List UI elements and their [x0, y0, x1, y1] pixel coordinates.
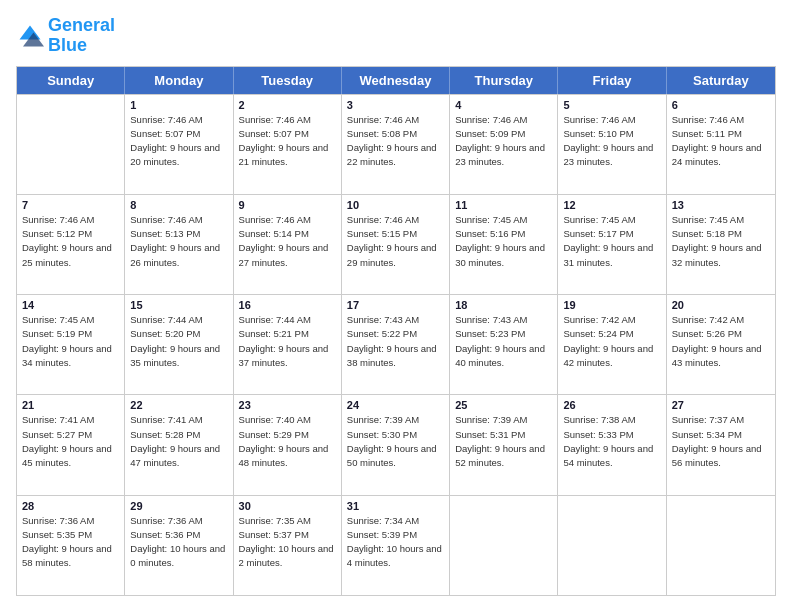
calendar-cell: 18 Sunrise: 7:43 AM Sunset: 5:23 PM Dayl… — [450, 295, 558, 394]
daylight-text: Daylight: 9 hours and 23 minutes. — [563, 141, 660, 170]
daylight-text: Daylight: 9 hours and 38 minutes. — [347, 342, 444, 371]
calendar-row: 7 Sunrise: 7:46 AM Sunset: 5:12 PM Dayli… — [17, 194, 775, 294]
daylight-text: Daylight: 9 hours and 21 minutes. — [239, 141, 336, 170]
day-number: 25 — [455, 399, 552, 411]
daylight-text: Daylight: 9 hours and 54 minutes. — [563, 442, 660, 471]
calendar-cell — [558, 496, 666, 595]
day-number: 7 — [22, 199, 119, 211]
sunset-text: Sunset: 5:18 PM — [672, 227, 770, 241]
sunset-text: Sunset: 5:23 PM — [455, 327, 552, 341]
day-number: 11 — [455, 199, 552, 211]
weekday-header: Monday — [125, 67, 233, 94]
daylight-text: Daylight: 9 hours and 29 minutes. — [347, 241, 444, 270]
calendar-cell — [450, 496, 558, 595]
calendar-row: 1 Sunrise: 7:46 AM Sunset: 5:07 PM Dayli… — [17, 94, 775, 194]
sunrise-text: Sunrise: 7:46 AM — [455, 113, 552, 127]
calendar: SundayMondayTuesdayWednesdayThursdayFrid… — [16, 66, 776, 596]
calendar-cell: 26 Sunrise: 7:38 AM Sunset: 5:33 PM Dayl… — [558, 395, 666, 494]
day-number: 30 — [239, 500, 336, 512]
day-number: 20 — [672, 299, 770, 311]
sunset-text: Sunset: 5:15 PM — [347, 227, 444, 241]
sunset-text: Sunset: 5:30 PM — [347, 428, 444, 442]
sunrise-text: Sunrise: 7:46 AM — [347, 113, 444, 127]
sunset-text: Sunset: 5:09 PM — [455, 127, 552, 141]
calendar-cell: 27 Sunrise: 7:37 AM Sunset: 5:34 PM Dayl… — [667, 395, 775, 494]
sunset-text: Sunset: 5:35 PM — [22, 528, 119, 542]
weekday-header: Wednesday — [342, 67, 450, 94]
day-number: 31 — [347, 500, 444, 512]
header: General Blue — [16, 16, 776, 56]
sunrise-text: Sunrise: 7:46 AM — [347, 213, 444, 227]
sunrise-text: Sunrise: 7:46 AM — [563, 113, 660, 127]
sunset-text: Sunset: 5:17 PM — [563, 227, 660, 241]
sunset-text: Sunset: 5:11 PM — [672, 127, 770, 141]
daylight-text: Daylight: 9 hours and 52 minutes. — [455, 442, 552, 471]
sunrise-text: Sunrise: 7:41 AM — [130, 413, 227, 427]
sunrise-text: Sunrise: 7:39 AM — [455, 413, 552, 427]
daylight-text: Daylight: 9 hours and 27 minutes. — [239, 241, 336, 270]
daylight-text: Daylight: 9 hours and 43 minutes. — [672, 342, 770, 371]
calendar-cell: 10 Sunrise: 7:46 AM Sunset: 5:15 PM Dayl… — [342, 195, 450, 294]
sunrise-text: Sunrise: 7:46 AM — [22, 213, 119, 227]
sunset-text: Sunset: 5:31 PM — [455, 428, 552, 442]
calendar-cell: 7 Sunrise: 7:46 AM Sunset: 5:12 PM Dayli… — [17, 195, 125, 294]
calendar-cell: 12 Sunrise: 7:45 AM Sunset: 5:17 PM Dayl… — [558, 195, 666, 294]
weekday-header: Thursday — [450, 67, 558, 94]
day-number: 5 — [563, 99, 660, 111]
day-number: 21 — [22, 399, 119, 411]
daylight-text: Daylight: 9 hours and 20 minutes. — [130, 141, 227, 170]
calendar-cell: 30 Sunrise: 7:35 AM Sunset: 5:37 PM Dayl… — [234, 496, 342, 595]
sunrise-text: Sunrise: 7:45 AM — [455, 213, 552, 227]
daylight-text: Daylight: 9 hours and 24 minutes. — [672, 141, 770, 170]
calendar-cell: 24 Sunrise: 7:39 AM Sunset: 5:30 PM Dayl… — [342, 395, 450, 494]
daylight-text: Daylight: 9 hours and 35 minutes. — [130, 342, 227, 371]
weekday-header: Saturday — [667, 67, 775, 94]
sunset-text: Sunset: 5:37 PM — [239, 528, 336, 542]
weekday-header: Sunday — [17, 67, 125, 94]
logo: General Blue — [16, 16, 115, 56]
calendar-cell: 1 Sunrise: 7:46 AM Sunset: 5:07 PM Dayli… — [125, 95, 233, 194]
calendar-cell — [667, 496, 775, 595]
calendar-cell: 8 Sunrise: 7:46 AM Sunset: 5:13 PM Dayli… — [125, 195, 233, 294]
day-number: 22 — [130, 399, 227, 411]
day-number: 16 — [239, 299, 336, 311]
sunrise-text: Sunrise: 7:46 AM — [130, 113, 227, 127]
day-number: 15 — [130, 299, 227, 311]
calendar-cell: 20 Sunrise: 7:42 AM Sunset: 5:26 PM Dayl… — [667, 295, 775, 394]
daylight-text: Daylight: 9 hours and 23 minutes. — [455, 141, 552, 170]
day-number: 4 — [455, 99, 552, 111]
logo-text: General Blue — [48, 16, 115, 56]
calendar-cell: 28 Sunrise: 7:36 AM Sunset: 5:35 PM Dayl… — [17, 496, 125, 595]
daylight-text: Daylight: 10 hours and 4 minutes. — [347, 542, 444, 571]
daylight-text: Daylight: 9 hours and 58 minutes. — [22, 542, 119, 571]
sunrise-text: Sunrise: 7:35 AM — [239, 514, 336, 528]
daylight-text: Daylight: 9 hours and 48 minutes. — [239, 442, 336, 471]
sunrise-text: Sunrise: 7:34 AM — [347, 514, 444, 528]
calendar-cell: 11 Sunrise: 7:45 AM Sunset: 5:16 PM Dayl… — [450, 195, 558, 294]
sunset-text: Sunset: 5:36 PM — [130, 528, 227, 542]
calendar-cell: 21 Sunrise: 7:41 AM Sunset: 5:27 PM Dayl… — [17, 395, 125, 494]
daylight-text: Daylight: 9 hours and 26 minutes. — [130, 241, 227, 270]
day-number: 10 — [347, 199, 444, 211]
sunrise-text: Sunrise: 7:43 AM — [347, 313, 444, 327]
day-number: 1 — [130, 99, 227, 111]
sunset-text: Sunset: 5:20 PM — [130, 327, 227, 341]
calendar-cell: 2 Sunrise: 7:46 AM Sunset: 5:07 PM Dayli… — [234, 95, 342, 194]
daylight-text: Daylight: 9 hours and 37 minutes. — [239, 342, 336, 371]
sunset-text: Sunset: 5:07 PM — [130, 127, 227, 141]
calendar-header: SundayMondayTuesdayWednesdayThursdayFrid… — [17, 67, 775, 94]
calendar-cell: 15 Sunrise: 7:44 AM Sunset: 5:20 PM Dayl… — [125, 295, 233, 394]
calendar-cell: 4 Sunrise: 7:46 AM Sunset: 5:09 PM Dayli… — [450, 95, 558, 194]
sunset-text: Sunset: 5:14 PM — [239, 227, 336, 241]
sunrise-text: Sunrise: 7:39 AM — [347, 413, 444, 427]
sunset-text: Sunset: 5:34 PM — [672, 428, 770, 442]
daylight-text: Daylight: 9 hours and 30 minutes. — [455, 241, 552, 270]
sunset-text: Sunset: 5:07 PM — [239, 127, 336, 141]
sunrise-text: Sunrise: 7:45 AM — [563, 213, 660, 227]
daylight-text: Daylight: 9 hours and 25 minutes. — [22, 241, 119, 270]
daylight-text: Daylight: 9 hours and 40 minutes. — [455, 342, 552, 371]
sunrise-text: Sunrise: 7:41 AM — [22, 413, 119, 427]
sunrise-text: Sunrise: 7:42 AM — [563, 313, 660, 327]
logo-icon — [16, 22, 44, 50]
sunset-text: Sunset: 5:39 PM — [347, 528, 444, 542]
